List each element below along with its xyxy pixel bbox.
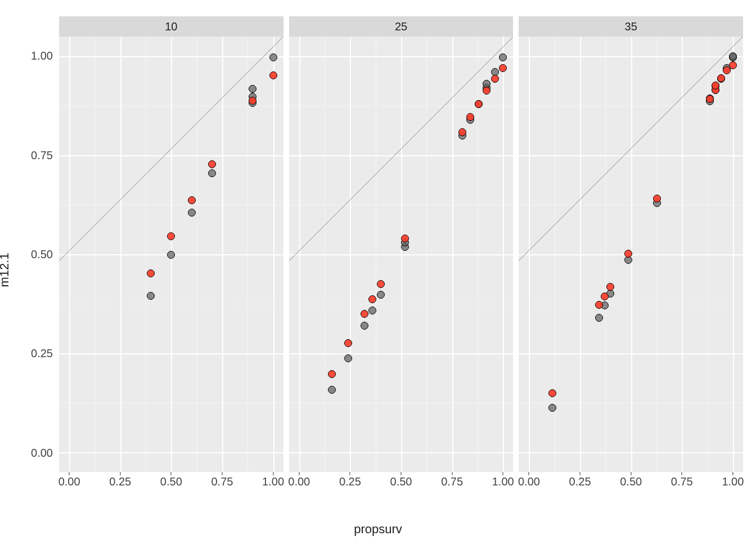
facet-panel: 250.000.250.500.751.00 — [289, 16, 514, 504]
x-tick-label: 0.25 — [339, 475, 361, 488]
data-point — [368, 307, 376, 314]
data-point — [344, 354, 352, 362]
data-point — [712, 82, 719, 89]
x-tick-label: 1.00 — [492, 475, 514, 488]
data-point — [368, 295, 376, 303]
x-tick-label: 0.50 — [390, 475, 412, 488]
major-gridline — [519, 56, 743, 57]
major-gridline — [59, 155, 284, 156]
data-point — [729, 61, 737, 69]
major-gridline — [519, 452, 743, 453]
data-point — [328, 386, 336, 394]
plot-area — [59, 37, 284, 472]
y-tick-label: 0.50 — [31, 248, 53, 261]
major-gridline — [289, 254, 514, 255]
major-gridline — [519, 155, 743, 156]
major-gridline — [289, 56, 514, 57]
data-point — [548, 389, 556, 397]
plot-area — [289, 37, 514, 472]
data-point — [167, 251, 175, 259]
data-point — [706, 95, 714, 103]
y-axis-ticks: 0.000.250.500.751.00 — [20, 0, 56, 540]
major-gridline — [59, 56, 284, 57]
data-point — [729, 52, 737, 60]
x-tick-label: 0.50 — [620, 475, 642, 488]
data-point — [269, 53, 277, 61]
data-point — [595, 301, 603, 309]
data-point — [269, 71, 277, 79]
major-gridline — [289, 353, 514, 354]
data-point — [491, 75, 499, 83]
data-point — [208, 160, 216, 168]
y-tick-label: 0.25 — [31, 347, 53, 360]
x-tick-label: 0.00 — [518, 475, 540, 488]
x-axis-ticks: 0.000.250.500.751.00 — [289, 472, 514, 503]
major-gridline — [289, 155, 514, 156]
data-point — [475, 100, 483, 108]
x-axis-ticks: 0.000.250.500.751.00 — [519, 472, 743, 503]
facet-panel: 100.000.250.500.751.00 — [58, 16, 284, 504]
x-axis-title: propsurv — [354, 522, 402, 537]
data-point — [624, 250, 632, 258]
data-point — [499, 53, 507, 61]
data-point — [717, 74, 725, 82]
data-point — [344, 339, 352, 347]
major-gridline — [59, 452, 284, 453]
data-point — [361, 310, 368, 318]
facet-panels: 100.000.250.500.751.00250.000.250.500.75… — [58, 16, 744, 504]
x-axis-ticks: 0.000.250.500.751.00 — [59, 472, 284, 503]
data-point — [458, 128, 466, 136]
data-point — [601, 292, 609, 300]
x-tick-label: 0.75 — [671, 475, 693, 488]
x-tick-label: 0.75 — [441, 475, 463, 488]
data-point — [147, 292, 155, 300]
x-tick-label: 0.00 — [58, 475, 80, 488]
data-point — [653, 195, 661, 202]
y-axis-title: m12.1 — [0, 253, 12, 287]
x-tick-label: 0.00 — [288, 475, 310, 488]
data-point — [249, 97, 256, 105]
y-tick-label: 0.00 — [31, 446, 53, 459]
plot-area — [519, 37, 743, 472]
data-point — [188, 196, 196, 204]
major-gridline — [59, 353, 284, 354]
data-point — [606, 283, 614, 291]
data-point — [499, 64, 507, 72]
faceted-scatter-chart: m12.1 propsurv 0.000.250.500.751.00 100.… — [0, 0, 756, 540]
x-tick-label: 0.75 — [211, 475, 233, 488]
facet-strip-label: 10 — [59, 16, 284, 37]
data-point — [483, 87, 490, 94]
data-point — [548, 404, 556, 412]
data-point — [401, 235, 409, 242]
x-tick-label: 1.00 — [722, 475, 744, 488]
data-point — [361, 322, 368, 330]
data-point — [147, 269, 155, 277]
y-tick-label: 1.00 — [31, 50, 53, 62]
data-point — [249, 85, 256, 93]
major-gridline — [519, 353, 743, 354]
facet-strip-label: 35 — [519, 16, 743, 37]
data-point — [595, 314, 603, 322]
data-point — [328, 370, 336, 378]
x-tick-label: 0.50 — [160, 475, 182, 488]
x-tick-label: 0.25 — [109, 475, 131, 488]
x-tick-label: 0.25 — [569, 475, 591, 488]
facet-panel: 350.000.250.500.751.00 — [518, 16, 744, 504]
data-point — [167, 232, 175, 240]
data-point — [188, 209, 196, 217]
major-gridline — [289, 452, 514, 453]
data-point — [466, 113, 474, 121]
data-point — [208, 169, 216, 177]
data-point — [377, 291, 385, 299]
y-tick-label: 0.75 — [31, 148, 53, 161]
x-tick-label: 1.00 — [262, 475, 284, 488]
data-point — [377, 280, 385, 288]
facet-strip-label: 25 — [289, 16, 514, 37]
